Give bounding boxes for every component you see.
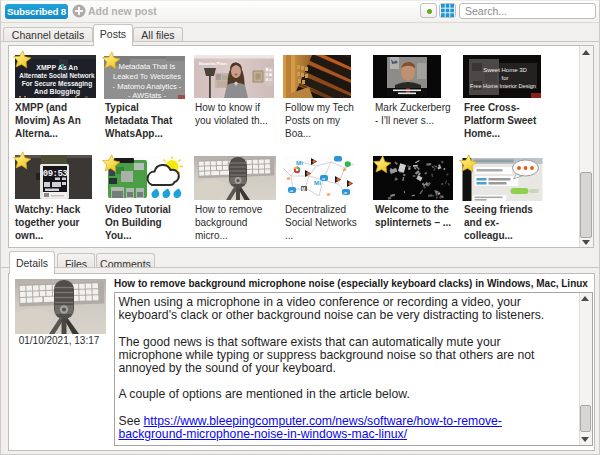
svg-text:M: M (302, 187, 306, 192)
svg-text:Alternate Social Network: Alternate Social Network (19, 72, 95, 79)
svg-text:09:53: 09:53 (43, 169, 68, 179)
svg-text:e: e (327, 190, 331, 197)
svg-text:XMPP As An: XMPP As An (36, 64, 77, 71)
svg-text:,o: ,o (343, 190, 347, 195)
svg-text:Natasha Pilan: Natasha Pilan (199, 61, 227, 66)
svg-text:Sweet Home 3D: Sweet Home 3D (483, 67, 527, 73)
svg-text:,o: ,o (289, 188, 293, 193)
svg-text:- Matomo Analytics -: - Matomo Analytics - (113, 82, 182, 91)
svg-text:Metadata That Is: Metadata That Is (119, 62, 176, 71)
svg-text:And Blogging: And Blogging (34, 88, 80, 96)
svg-text:PC: PC (265, 56, 269, 60)
svg-text:Free Home Interior Design: Free Home Interior Design (470, 83, 536, 89)
svg-text:For Secure Messaging: For Secure Messaging (22, 80, 92, 88)
svg-text:Leaked To Websites: Leaked To Websites (113, 72, 181, 81)
svg-text:e: e (287, 174, 291, 181)
svg-text:for: for (501, 75, 508, 81)
svg-text:Mi: Mi (296, 159, 303, 166)
svg-text:,o: ,o (321, 176, 325, 181)
svg-text:- AWStats -: - AWStats - (128, 91, 167, 99)
